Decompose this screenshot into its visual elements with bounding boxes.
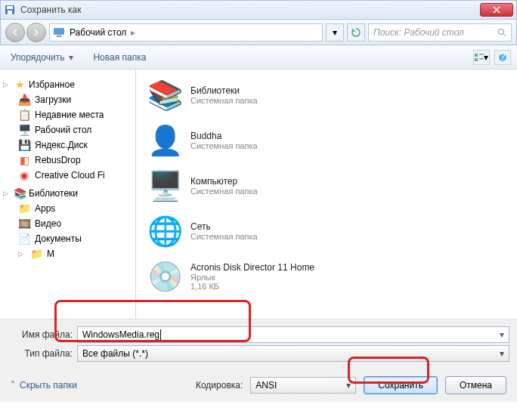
address-bar[interactable]: Рабочий стол ▸ [49,23,323,42]
list-item[interactable]: 📚БиблиотекиСистемная папка [147,77,506,113]
nav-bar: Рабочий стол ▸ ▾ Поиск: Рабочий стол [0,20,517,45]
filetype-label: Тип файла: [8,348,73,359]
adobe-icon: ◉ [18,169,30,181]
video-icon: 🎞️ [18,218,30,230]
refresh-button[interactable] [347,23,365,42]
sidebar-lib-docs[interactable]: 📄Документы [3,231,132,246]
folder-icon: 📁 [18,202,30,215]
svg-rect-1 [7,6,13,9]
chevron-right-icon: ▸ [131,27,135,38]
svg-rect-6 [475,54,478,57]
sidebar-item-desktop[interactable]: 🖥️Рабочий стол [3,122,132,137]
svg-rect-8 [475,58,478,61]
svg-rect-2 [8,11,12,14]
file-list: 📚БиблиотекиСистемная папка 👤BuddhaСистем… [136,69,517,319]
toolbar: Упорядочить Новая папка ▾ ? [0,45,517,69]
svg-point-5 [499,29,504,34]
library-icon: 📚 [147,77,183,113]
back-button[interactable] [5,23,25,42]
sidebar-lib-m[interactable]: ▷📁М [3,246,132,261]
encoding-select[interactable]: ANSI [250,377,356,394]
sidebar-item-downloads[interactable]: 📥Загрузки [3,92,132,107]
sidebar-lib-apps[interactable]: 📁Apps [3,201,132,216]
yandex-icon: 💾 [18,139,30,151]
sidebar-lib-video[interactable]: 🎞️Видео [3,216,132,231]
svg-rect-3 [54,28,64,35]
close-button[interactable] [480,3,513,17]
sidebar-item-recent[interactable]: 📋Недавние места [3,107,132,122]
svg-text:?: ? [500,53,506,62]
list-item[interactable]: 🌐СетьСистемная папка [147,213,506,249]
folder-icon: 📁 [30,248,42,260]
help-button[interactable]: ? [494,50,511,65]
list-item[interactable]: 💿Acronis Disk Director 11 HomeЯрлык1,16 … [147,258,506,295]
rebus-icon: ◧ [18,154,30,166]
action-bar: ˄Скрыть папки Кодировка: ANSI Сохранить … [0,369,517,402]
save-icon [4,4,16,16]
search-input[interactable]: Поиск: Рабочий стол [368,23,512,42]
cancel-button[interactable]: Отмена [445,376,506,394]
doc-icon: 📄 [18,233,30,245]
chevron-up-icon: ˄ [11,380,15,391]
filename-label: Имя файла: [8,329,73,340]
svg-rect-7 [479,54,484,55]
filename-input[interactable]: WindowsMedia.reg▾ [77,326,509,343]
recent-icon: 📋 [18,109,30,121]
libraries-header[interactable]: ▷📚Библиотеки [3,186,132,201]
organize-button[interactable]: Упорядочить [6,49,78,66]
network-icon: 🌐 [147,213,183,249]
sidebar-item-cc[interactable]: ◉Creative Cloud Fi [3,168,132,183]
list-item[interactable]: 👤BuddhaСистемная папка [147,122,506,159]
disk-icon: 💿 [147,258,183,295]
search-placeholder: Поиск: Рабочий стол [373,27,464,38]
sidebar: ▷★Избранное 📥Загрузки 📋Недавние места 🖥️… [0,69,136,319]
sidebar-item-rebus[interactable]: ◧RebusDrop [3,153,132,168]
view-button[interactable]: ▾ [473,50,490,65]
library-icon: 📚 [14,187,26,199]
user-icon: 👤 [147,122,183,159]
filetype-select[interactable]: Все файлы (*.*) [77,345,509,362]
window-title: Сохранить как [20,5,480,15]
titlebar: Сохранить как [0,0,517,20]
favorites-header[interactable]: ▷★Избранное [3,77,132,92]
dropdown-button[interactable]: ▾ [326,23,344,42]
search-icon [497,28,506,37]
forward-button[interactable] [26,23,46,42]
form-panel: Имя файла: WindowsMedia.reg▾ Тип файла: … [0,319,517,369]
newfolder-button[interactable]: Новая папка [88,49,150,66]
sidebar-item-yandex[interactable]: 💾Яндекс.Диск [3,137,132,153]
list-item[interactable]: 🖥️КомпьютерСистемная папка [147,168,506,204]
encoding-label: Кодировка: [196,380,243,391]
svg-rect-4 [57,36,61,37]
hide-folders-link[interactable]: ˄Скрыть папки [11,380,77,391]
save-button[interactable]: Сохранить [364,376,438,394]
breadcrumb: Рабочий стол [70,27,126,38]
svg-rect-9 [479,58,484,60]
computer-icon: 🖥️ [147,168,183,204]
star-icon: ★ [14,79,26,91]
folder-icon: 📥 [18,94,30,106]
caret-icon [160,329,161,340]
desktop-icon [53,26,65,39]
desktop-icon: 🖥️ [18,124,30,136]
